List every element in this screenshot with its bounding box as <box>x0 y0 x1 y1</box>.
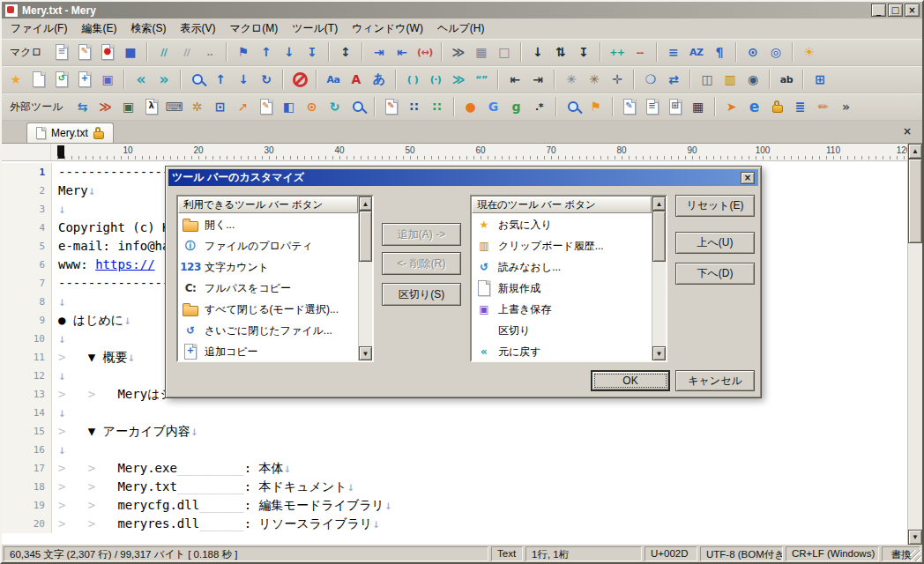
menu-item-5[interactable]: ツール(T) <box>285 19 345 39</box>
ext-edit-blue-icon[interactable]: ✎ <box>619 96 640 117</box>
editor-line[interactable]: 15> ▼ アーカイブ内容↓ <box>2 422 907 441</box>
list-item[interactable]: 123文字カウント <box>179 256 357 278</box>
resize-grip[interactable] <box>910 550 921 561</box>
bookmark-next-icon[interactable]: ↓ <box>279 41 300 63</box>
favorites-icon[interactable]: ★ <box>5 69 26 90</box>
cancel-button[interactable]: キャンセル <box>675 370 755 391</box>
line-number[interactable]: 8 <box>2 293 52 311</box>
increment-icon[interactable]: ++ <box>607 41 628 63</box>
list-item[interactable]: 開く... <box>179 214 357 235</box>
list-item[interactable]: ↺読みなおし... <box>473 256 651 278</box>
editor-line[interactable]: 19> > merycfg.dll______: 編集モードライブラリ↓ <box>2 496 907 515</box>
menu-item-4[interactable]: マクロ(M) <box>222 19 285 39</box>
line-number[interactable]: 18 <box>2 478 52 496</box>
ext-run-icon[interactable]: ≫ <box>95 96 116 117</box>
compare-icon[interactable]: ⇄ <box>663 69 684 90</box>
next-document-icon[interactable]: ⇥ <box>369 41 390 63</box>
go-to-line-icon[interactable]: ↕ <box>335 41 356 63</box>
titlebar[interactable]: Mery.txt - Mery _ □ × <box>2 2 922 19</box>
status-caret-position[interactable]: 1行, 1桁 <box>525 546 642 561</box>
ext-palette-icon[interactable]: ✲ <box>187 96 208 117</box>
ext-database-icon[interactable]: ≣ <box>790 96 811 117</box>
editor-line[interactable]: 18> > Mery.txt_________: 本ドキュメント↓ <box>2 478 907 496</box>
scroll-down-button[interactable]: ▼ <box>359 346 372 360</box>
regex-icon[interactable]: .* <box>529 96 550 117</box>
firefox-icon[interactable]: ● <box>460 96 481 117</box>
move-down-button[interactable]: 下へ(D) <box>675 263 755 285</box>
line-number[interactable]: 11 <box>2 348 52 367</box>
matching-paren-icon[interactable]: (↔) <box>414 41 436 63</box>
available-list-scrollbar[interactable]: ▲▼ <box>358 197 372 360</box>
angle-quote-icon[interactable]: ≫ <box>448 69 469 90</box>
convert-indent-icon[interactable]: ≫ <box>448 41 469 63</box>
ext-grid-blue-icon[interactable]: ∷ <box>404 96 425 117</box>
word-complete-icon[interactable]: ab <box>776 69 797 90</box>
line-number[interactable]: 2 <box>2 182 52 200</box>
move-line-down-icon[interactable]: ↓ <box>527 41 548 63</box>
ext-binary-icon[interactable]: ▦ <box>688 96 709 117</box>
menu-item-1[interactable]: 編集(E) <box>74 19 123 39</box>
ext-capture-icon[interactable]: ▣ <box>118 96 139 117</box>
translate-icon[interactable]: g <box>506 96 527 117</box>
macro-stop-icon[interactable]: ■ <box>120 41 141 63</box>
bookmark-prev-icon[interactable]: ↑ <box>256 41 277 63</box>
ext-sync-icon[interactable]: ↻ <box>324 96 346 117</box>
tab-close-button[interactable]: × <box>898 125 917 143</box>
list-item[interactable]: «元に戻す <box>473 341 651 360</box>
line-number[interactable]: 13 <box>2 385 52 404</box>
menu-item-2[interactable]: 検索(S) <box>123 19 173 39</box>
line-number[interactable]: 1 <box>2 163 52 182</box>
ext-notes-icon[interactable]: ✎ <box>381 96 402 117</box>
redo-icon[interactable]: » <box>153 69 175 90</box>
indent-icon[interactable]: ⇥ <box>527 69 548 90</box>
reset-button[interactable]: リセット(E) <box>675 195 755 217</box>
paren-select-icon[interactable]: ( ) <box>402 69 423 90</box>
list-item[interactable]: ⓘファイルのプロパティ <box>179 235 357 256</box>
ext-lambda-icon[interactable]: λ <box>141 96 162 117</box>
scrollbar-thumb[interactable] <box>908 159 922 243</box>
tab-mery-txt[interactable]: Mery.txt <box>26 122 114 143</box>
save-icon[interactable]: ▣ <box>97 69 118 90</box>
ext-pen-icon[interactable]: ➤ <box>721 96 742 117</box>
line-number[interactable]: 17 <box>2 459 52 478</box>
menu-item-6[interactable]: ウィンドウ(W) <box>345 19 430 39</box>
macro-record-icon[interactable]: ● <box>97 41 118 63</box>
ext-pencil-icon[interactable]: ✏ <box>813 96 834 117</box>
whole-word-icon[interactable]: A <box>346 69 367 90</box>
box-select-icon[interactable]: ▦ <box>471 41 492 63</box>
list-item[interactable]: ↺さいごに閉じたファイル... <box>179 320 357 341</box>
menu-item-7[interactable]: ヘルプ(H) <box>430 19 492 39</box>
bookmark-icon[interactable]: ⚑ <box>233 41 254 63</box>
list-item[interactable]: +追加コピー <box>179 341 357 360</box>
comment-bubble-icon[interactable]: ❍ <box>640 69 661 90</box>
line-number[interactable]: 5 <box>2 237 52 256</box>
list-item[interactable]: ★お気に入り <box>473 214 651 235</box>
comment-icon[interactable]: // <box>153 41 175 63</box>
timer-icon[interactable]: ⊙ <box>742 41 764 63</box>
separator-button[interactable]: 区切り(S) <box>382 283 461 306</box>
ext-doc-icon[interactable]: ≡ <box>642 96 663 117</box>
current-list-scrollbar[interactable]: ▲▼ <box>652 197 666 360</box>
line-number[interactable]: 7 <box>2 274 52 293</box>
remove-button[interactable]: <- 削除(R) <box>382 252 461 275</box>
available-buttons-list[interactable]: 利用できるツール バー ボタン 開く...ⓘファイルのプロパティ123文字カウン… <box>176 195 374 362</box>
list-item[interactable]: ▣上書き保存 <box>473 299 651 320</box>
stop-icon[interactable] <box>289 69 310 90</box>
find-icon[interactable] <box>187 69 208 90</box>
uncomment-icon[interactable]: // <box>176 41 197 63</box>
scroll-up-button[interactable]: ▲ <box>359 197 372 211</box>
quote-icon[interactable]: “” <box>471 69 492 90</box>
line-number[interactable]: 19 <box>2 496 52 515</box>
scroll-up-button[interactable]: ▲ <box>908 144 922 159</box>
box-edit-icon[interactable]: □ <box>494 41 515 63</box>
minimize-button[interactable]: _ <box>871 4 886 17</box>
line-number[interactable]: 15 <box>2 422 52 441</box>
vertical-scrollbar[interactable]: ▲▼ <box>907 144 922 545</box>
list-item[interactable]: すべて閉じる(モード選択)... <box>179 299 357 320</box>
status-line-ending[interactable]: CR+LF (Windows) <box>786 546 879 561</box>
reopen-icon[interactable]: ↺ <box>51 69 72 90</box>
replace-icon[interactable]: ↻ <box>256 69 277 90</box>
sort-lines-icon[interactable]: ¶ <box>709 41 730 63</box>
current-buttons-list[interactable]: 現在のツール バー ボタン ★お気に入り▥クリップボード履歴...↺読みなおし.… <box>470 195 667 362</box>
macro-file-icon[interactable]: ≡ <box>51 41 72 63</box>
